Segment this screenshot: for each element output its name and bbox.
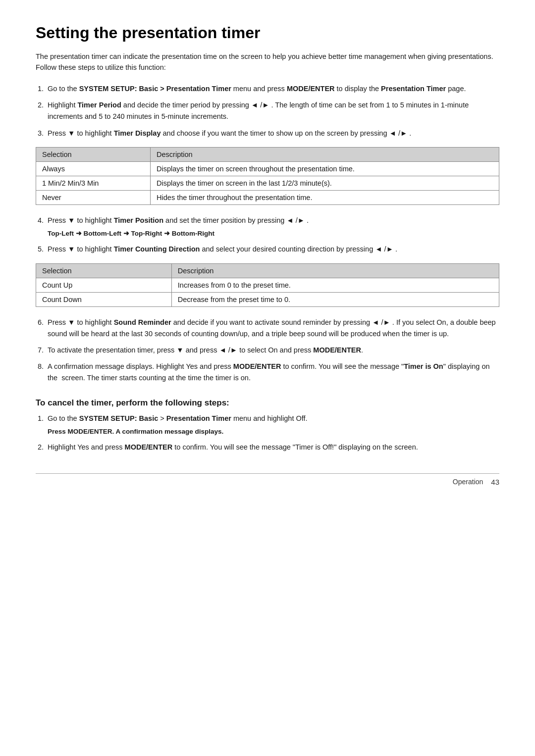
table-row: Always Displays the timer on screen thro… xyxy=(36,161,499,176)
table1-desc-never: Hides the timer throughout the presentat… xyxy=(151,190,499,204)
mode-enter-note: Press MODE/ENTER. A confirmation message… xyxy=(48,426,499,437)
steps-6-8: Press ▼ to highlight Sound Reminder and … xyxy=(46,317,499,384)
cancel-step-1: Go to the SYSTEM SETUP: Basic > Presenta… xyxy=(46,413,499,437)
step-4: Press ▼ to highlight Timer Position and … xyxy=(46,215,499,239)
table2-selection-countdown: Count Down xyxy=(36,292,172,306)
footer-page-number: 43 xyxy=(491,478,499,486)
step-7: To activate the presentation timer, pres… xyxy=(46,345,499,356)
step-6: Press ▼ to highlight Sound Reminder and … xyxy=(46,317,499,340)
cancel-section-title: To cancel the timer, perform the followi… xyxy=(36,398,499,408)
footer-label: Operation xyxy=(453,478,483,486)
cancel-steps-list: Go to the SYSTEM SETUP: Basic > Presenta… xyxy=(46,413,499,454)
step-2: Highlight Timer Period and decide the ti… xyxy=(46,100,499,122)
table1-header-description: Description xyxy=(151,147,499,161)
table1-desc-min: Displays the timer on screen in the last… xyxy=(151,176,499,190)
table1-selection-always: Always xyxy=(36,161,151,176)
table2-selection-countup: Count Up xyxy=(36,278,172,292)
intro-paragraph: The presentation timer can indicate the … xyxy=(36,51,499,73)
table-row: Count Up Increases from 0 to the preset … xyxy=(36,278,499,292)
step-3: Press ▼ to highlight Timer Display and c… xyxy=(46,128,499,139)
table1-header-selection: Selection xyxy=(36,147,151,161)
table-row: Count Down Decrease from the preset time… xyxy=(36,292,499,306)
timer-counting-table: Selection Description Count Up Increases… xyxy=(36,263,499,307)
page-footer: Operation 43 xyxy=(36,473,499,486)
table1-desc-always: Displays the timer on screen throughout … xyxy=(151,161,499,176)
step-8: A confirmation message displays. Highlig… xyxy=(46,361,499,384)
steps-4-5: Press ▼ to highlight Timer Position and … xyxy=(46,215,499,255)
step-5: Press ▼ to highlight Timer Counting Dire… xyxy=(46,244,499,255)
cancel-section: To cancel the timer, perform the followi… xyxy=(36,398,499,454)
page-title: Setting the presentation timer xyxy=(36,24,499,42)
table2-desc-countdown: Decrease from the preset time to 0. xyxy=(171,292,499,306)
arrow-direction: Top-Left ➜ Bottom-Left ➜ Top-Right ➜ Bot… xyxy=(48,228,499,239)
table-row: Never Hides the timer throughout the pre… xyxy=(36,190,499,204)
table2-header-selection: Selection xyxy=(36,263,172,278)
step-1: Go to the SYSTEM SETUP: Basic > Presenta… xyxy=(46,83,499,95)
table2-header-description: Description xyxy=(171,263,499,278)
table1-selection-min: 1 Min/2 Min/3 Min xyxy=(36,176,151,190)
main-steps-list: Go to the SYSTEM SETUP: Basic > Presenta… xyxy=(46,83,499,139)
timer-display-table: Selection Description Always Displays th… xyxy=(36,147,499,205)
cancel-step-2: Highlight Yes and press MODE/ENTER to co… xyxy=(46,442,499,453)
table2-desc-countup: Increases from 0 to the preset time. xyxy=(171,278,499,292)
table1-selection-never: Never xyxy=(36,190,151,204)
table-row: 1 Min/2 Min/3 Min Displays the timer on … xyxy=(36,176,499,190)
